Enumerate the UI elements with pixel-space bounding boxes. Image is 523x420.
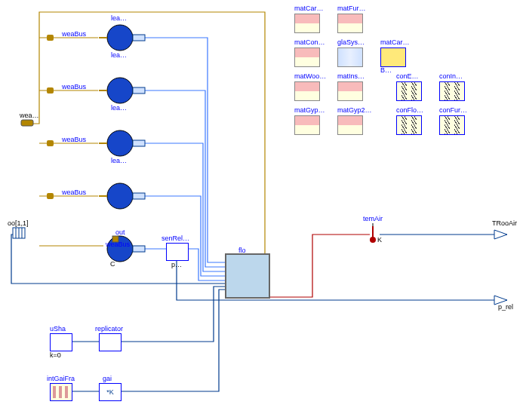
conflo-label: conFlo…	[396, 106, 423, 114]
matwoo-label: matWoo…	[294, 72, 326, 80]
oo-label: oo[1,1]	[8, 219, 29, 227]
thermometer-icon	[370, 223, 376, 243]
temair-label: temAir	[363, 215, 383, 222]
prel-label: p_rel	[498, 303, 513, 311]
conin-icon	[439, 81, 465, 101]
matcar2-icon	[380, 48, 406, 67]
usha-block	[50, 333, 72, 351]
svg-point-17	[107, 130, 133, 156]
weabus-label-2: weaBus	[62, 136, 86, 143]
lea-label-0b: lea…	[111, 51, 127, 59]
k0-label: k=0	[50, 351, 61, 359]
cone-icon	[396, 81, 422, 101]
matgyp-label: matGyp…	[294, 106, 325, 114]
flo-label: flo	[238, 247, 246, 254]
weabus-label-0: weaBus	[62, 30, 86, 38]
matcar2-label: matCar…	[380, 38, 410, 46]
wea-label: wea…	[20, 112, 39, 119]
matgyp2-icon	[337, 115, 363, 135]
matcar2-sub-label: B…	[380, 66, 392, 74]
glasys-label: glaSys…	[337, 38, 365, 46]
gai-block: *K	[99, 383, 122, 401]
svg-rect-21	[133, 193, 145, 199]
lea-label-1: lea…	[111, 104, 127, 112]
weabus-dot-icon	[47, 87, 54, 94]
matcon-label: matCon…	[294, 38, 325, 46]
matfur-label: matFur…	[337, 5, 366, 12]
output-trooair-icon	[494, 230, 507, 239]
flo-block	[225, 253, 270, 299]
replicator-block	[99, 333, 122, 351]
weabus-label-1: weaBus	[62, 83, 86, 90]
confur-label: conFur…	[439, 106, 467, 114]
svg-point-31	[370, 237, 376, 243]
matcon-icon	[294, 48, 320, 67]
senrel-label: senRel…	[162, 235, 189, 242]
conflo-icon	[396, 115, 422, 135]
wea-connector-icon	[21, 120, 33, 126]
matins-label: matIns…	[337, 72, 365, 80]
matwoo-icon	[294, 81, 320, 101]
matins-icon	[337, 81, 363, 101]
oo-vector-icon	[13, 228, 25, 238]
c-label: C	[110, 260, 115, 268]
k-label: K	[377, 236, 382, 244]
lea-label-2: lea…	[111, 157, 127, 164]
glasys-icon	[337, 48, 363, 67]
matcar-icon	[294, 14, 320, 33]
lea-block	[99, 25, 145, 51]
matgyp-icon	[294, 115, 320, 135]
matcar-label: matCar…	[294, 5, 324, 12]
confur-icon	[439, 115, 465, 135]
gai-label: gai	[103, 375, 112, 382]
svg-point-20	[107, 183, 133, 209]
matfur-icon	[337, 14, 363, 33]
intgaifra-block	[50, 383, 72, 401]
svg-point-11	[107, 25, 133, 51]
gai-box-text: *K	[106, 388, 114, 396]
lea-label-0: lea…	[111, 14, 127, 22]
replicator-label: replicator	[95, 325, 123, 333]
svg-rect-15	[133, 87, 145, 94]
weabus-dot-icon	[47, 140, 54, 146]
weabus-label-3: weaBus	[62, 189, 86, 196]
svg-point-14	[107, 78, 133, 103]
p-label: p…	[171, 261, 182, 268]
matgyp2-label: matGyp2…	[337, 106, 372, 114]
senrel-block	[166, 243, 189, 261]
weabus-dot-icon	[47, 193, 54, 199]
svg-rect-12	[133, 35, 145, 41]
intgaifra-label: intGaiFra	[47, 375, 75, 382]
cone-label: conE…	[396, 72, 419, 80]
weabus-label-4: weaBus	[106, 241, 130, 248]
svg-rect-18	[133, 140, 145, 146]
usha-label: uSha	[50, 325, 66, 333]
weabus-dot-icon	[47, 35, 54, 41]
svg-rect-24	[133, 246, 145, 252]
conin-label: conIn…	[439, 72, 463, 80]
out-label: out	[115, 228, 125, 236]
trooair-label: TRooAir	[492, 219, 517, 227]
